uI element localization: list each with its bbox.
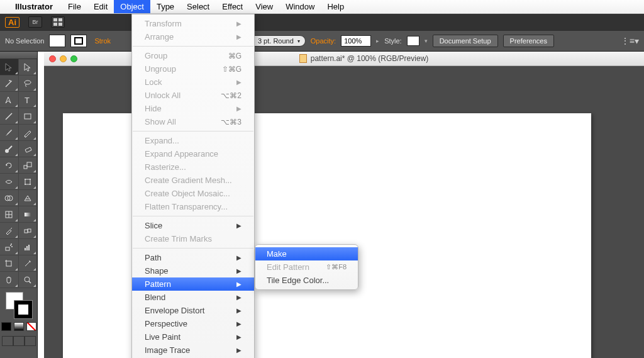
graph-tool[interactable] (19, 239, 38, 255)
document-setup-button[interactable]: Document Setup (433, 35, 498, 47)
style-swatch[interactable] (407, 36, 419, 46)
minimize-window-button[interactable] (60, 55, 67, 62)
menu-edit[interactable]: Edit (87, 0, 114, 13)
rectangle-tool[interactable] (19, 108, 38, 125)
menu-effect[interactable]: Effect (216, 0, 249, 13)
symbol-sprayer-tool[interactable] (0, 239, 19, 255)
opacity-field[interactable]: 100% (341, 35, 371, 47)
menu-select[interactable]: Select (180, 0, 216, 13)
menu-item-expand-appearance: Expand Appearance (132, 147, 254, 160)
direct-selection-tool[interactable] (19, 59, 38, 76)
menu-type[interactable]: Type (150, 0, 180, 13)
submenu-arrow-icon: ▶ (236, 307, 242, 314)
blob-brush-tool[interactable] (0, 141, 19, 157)
submenu-arrow-icon: ▶ (236, 105, 242, 112)
width-tool[interactable] (0, 174, 19, 190)
rotate-tool[interactable] (0, 157, 19, 174)
arrange-documents-button[interactable] (51, 16, 65, 28)
perspective-tool[interactable] (19, 190, 38, 206)
svg-line-6 (6, 113, 12, 120)
magic-wand-tool[interactable] (0, 76, 19, 92)
svg-rect-3 (58, 23, 62, 26)
ai-logo: Ai (5, 17, 19, 28)
stroke-color-box[interactable] (14, 301, 32, 318)
menu-file[interactable]: File (62, 0, 87, 13)
menu-object[interactable]: Object (114, 0, 150, 13)
submenu-arrow-icon: ▶ (236, 333, 242, 340)
menu-help[interactable]: Help (321, 0, 350, 13)
svg-text:T: T (25, 96, 30, 105)
menu-separator (133, 216, 253, 216)
bridge-button[interactable]: Br (28, 16, 42, 28)
blend-tool[interactable] (19, 223, 38, 239)
menu-item-ungroup: Ungroup⇧⌘G (132, 62, 254, 76)
svg-rect-9 (25, 147, 31, 152)
hand-tool[interactable] (0, 272, 19, 288)
control-bar-menu-icon[interactable]: ⋮≡▾ (621, 36, 639, 46)
svg-rect-22 (25, 213, 31, 216)
draw-normal[interactable] (2, 336, 13, 346)
menu-window[interactable]: Window (279, 0, 321, 13)
paintbrush-tool[interactable] (0, 125, 19, 141)
menu-item-create-trim-marks: Create Trim Marks (132, 232, 254, 245)
artboard-tool[interactable] (0, 255, 19, 272)
menu-item-shape[interactable]: Shape▶ (132, 264, 254, 277)
color-mode-gradient[interactable] (14, 322, 24, 331)
mesh-tool[interactable] (0, 206, 19, 223)
svg-rect-32 (6, 261, 11, 266)
menu-item-blend[interactable]: Blend▶ (132, 291, 254, 304)
type-tool[interactable]: T (19, 92, 38, 108)
menu-item-path[interactable]: Path▶ (132, 251, 254, 264)
menu-view[interactable]: View (249, 0, 279, 13)
svg-point-28 (11, 243, 12, 245)
svg-point-14 (30, 179, 31, 180)
eraser-tool[interactable] (19, 141, 38, 157)
svg-rect-0 (53, 18, 57, 21)
tools-grip[interactable] (0, 52, 37, 59)
zoom-window-button[interactable] (70, 55, 77, 62)
style-label: Style: (384, 37, 402, 45)
stroke-swatch[interactable] (70, 35, 87, 47)
zoom-tool[interactable] (19, 272, 38, 288)
lasso-tool[interactable] (19, 76, 38, 92)
svg-rect-29 (25, 248, 26, 250)
selection-tool[interactable] (0, 59, 19, 76)
tools-panel: T (0, 52, 38, 358)
menu-item-arrange: Arrange▶ (132, 30, 254, 43)
svg-rect-23 (25, 230, 28, 233)
scale-tool[interactable] (19, 157, 38, 174)
app-name-menu[interactable]: Illustrator (15, 2, 53, 11)
stroke-preset-dropdown[interactable]: • 3 pt. Round ▾ (247, 35, 306, 47)
submenu-item-tile-edge-color[interactable]: Tile Edge Color... (255, 274, 358, 287)
draw-inside[interactable] (25, 336, 36, 346)
slice-tool[interactable] (19, 255, 38, 272)
close-window-button[interactable] (49, 55, 56, 62)
stroke-label[interactable]: Strok (94, 37, 111, 45)
selection-label: No Selection (5, 37, 44, 45)
menu-item-pattern[interactable]: Pattern▶ (132, 277, 254, 291)
color-mode-none[interactable] (26, 322, 36, 331)
opacity-label[interactable]: Opacity: (311, 37, 336, 45)
gradient-tool[interactable] (19, 206, 38, 223)
preferences-button[interactable]: Preferences (503, 35, 554, 47)
menu-item-lock: Lock▶ (132, 76, 254, 89)
menu-item-live-paint[interactable]: Live Paint▶ (132, 330, 254, 344)
draw-behind[interactable] (13, 336, 25, 346)
submenu-item-make[interactable]: Make (255, 247, 358, 260)
shape-builder-tool[interactable] (0, 190, 19, 206)
menu-item-slice[interactable]: Slice▶ (132, 219, 254, 232)
free-transform-tool[interactable] (19, 174, 38, 190)
menu-item-image-trace[interactable]: Image Trace▶ (132, 344, 254, 357)
submenu-arrow-icon: ▶ (236, 267, 242, 274)
pencil-tool[interactable] (19, 125, 38, 141)
object-dropdown-menu: Transform▶Arrange▶Group⌘GUngroup⇧⌘GLock▶… (131, 14, 255, 358)
eyedropper-tool[interactable] (0, 223, 19, 239)
line-tool[interactable] (0, 108, 19, 125)
menu-item-envelope-distort[interactable]: Envelope Distort▶ (132, 304, 254, 317)
menu-item-expand: Expand... (132, 134, 254, 147)
color-mode-solid[interactable] (1, 322, 11, 331)
pen-tool[interactable] (0, 92, 19, 108)
svg-point-27 (11, 246, 13, 247)
menu-item-perspective[interactable]: Perspective▶ (132, 317, 254, 330)
fill-swatch[interactable] (49, 35, 65, 47)
